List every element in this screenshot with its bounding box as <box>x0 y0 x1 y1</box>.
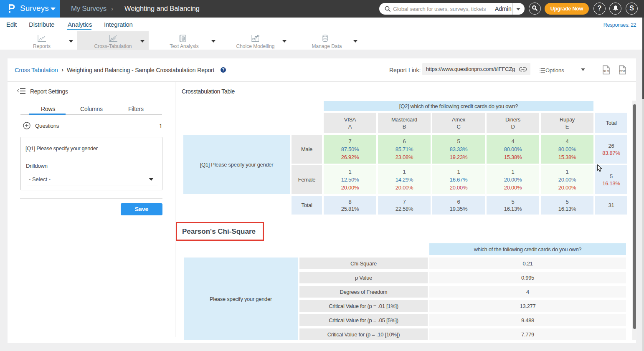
svg-text:PDF: PDF <box>619 69 626 73</box>
svg-text:XLS: XLS <box>603 69 609 73</box>
